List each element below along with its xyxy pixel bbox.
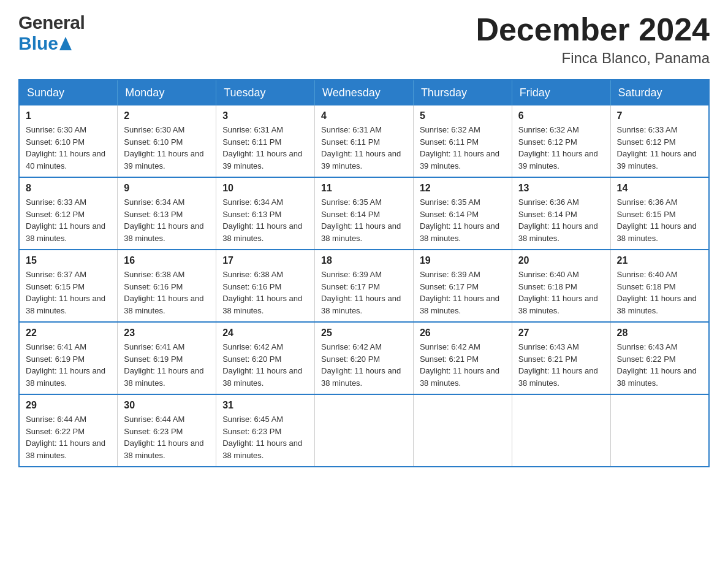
day-info: Sunrise: 6:31 AMSunset: 6:11 PMDaylight:… xyxy=(321,124,407,172)
table-row: 28Sunrise: 6:43 AMSunset: 6:22 PMDayligh… xyxy=(610,322,709,394)
day-number: 29 xyxy=(26,400,111,411)
day-number: 6 xyxy=(518,110,604,121)
day-info: Sunrise: 6:35 AMSunset: 6:14 PMDaylight:… xyxy=(321,196,407,244)
table-row: 31Sunrise: 6:45 AMSunset: 6:23 PMDayligh… xyxy=(216,394,315,467)
day-number: 7 xyxy=(617,110,702,121)
day-info: Sunrise: 6:40 AMSunset: 6:18 PMDaylight:… xyxy=(617,269,702,316)
calendar-week-row: 8Sunrise: 6:33 AMSunset: 6:12 PMDaylight… xyxy=(19,177,709,250)
day-number: 2 xyxy=(124,110,210,121)
day-info: Sunrise: 6:32 AMSunset: 6:12 PMDaylight:… xyxy=(518,124,604,172)
table-row: 13Sunrise: 6:36 AMSunset: 6:14 PMDayligh… xyxy=(512,177,610,250)
col-monday: Monday xyxy=(118,80,216,105)
calendar-header-row: Sunday Monday Tuesday Wednesday Thursday… xyxy=(19,80,709,105)
table-row xyxy=(315,394,414,467)
day-info: Sunrise: 6:42 AMSunset: 6:20 PMDaylight:… xyxy=(222,341,308,389)
logo-general: General xyxy=(18,12,85,33)
day-number: 31 xyxy=(222,400,308,411)
day-number: 18 xyxy=(321,255,407,266)
day-number: 1 xyxy=(26,110,111,121)
day-number: 10 xyxy=(222,183,308,194)
day-number: 21 xyxy=(617,255,702,266)
day-number: 20 xyxy=(518,255,604,266)
col-sunday: Sunday xyxy=(19,80,118,105)
calendar-table: Sunday Monday Tuesday Wednesday Thursday… xyxy=(18,79,710,467)
table-row: 19Sunrise: 6:39 AMSunset: 6:17 PMDayligh… xyxy=(413,250,512,322)
table-row xyxy=(413,394,512,467)
logo-triangle-icon xyxy=(59,37,72,50)
table-row: 15Sunrise: 6:37 AMSunset: 6:15 PMDayligh… xyxy=(19,250,118,322)
month-title: December 2024 xyxy=(476,12,710,47)
day-info: Sunrise: 6:38 AMSunset: 6:16 PMDaylight:… xyxy=(222,269,308,316)
day-info: Sunrise: 6:40 AMSunset: 6:18 PMDaylight:… xyxy=(518,269,604,316)
day-info: Sunrise: 6:39 AMSunset: 6:17 PMDaylight:… xyxy=(321,269,407,316)
table-row: 29Sunrise: 6:44 AMSunset: 6:22 PMDayligh… xyxy=(19,394,118,467)
day-info: Sunrise: 6:41 AMSunset: 6:19 PMDaylight:… xyxy=(124,341,210,389)
svg-marker-0 xyxy=(59,37,72,50)
table-row: 1Sunrise: 6:30 AMSunset: 6:10 PMDaylight… xyxy=(19,105,118,177)
table-row: 12Sunrise: 6:35 AMSunset: 6:14 PMDayligh… xyxy=(413,177,512,250)
day-number: 5 xyxy=(420,110,506,121)
day-info: Sunrise: 6:33 AMSunset: 6:12 PMDaylight:… xyxy=(26,196,111,244)
day-info: Sunrise: 6:37 AMSunset: 6:15 PMDaylight:… xyxy=(26,269,111,316)
day-info: Sunrise: 6:33 AMSunset: 6:12 PMDaylight:… xyxy=(617,124,702,172)
table-row: 14Sunrise: 6:36 AMSunset: 6:15 PMDayligh… xyxy=(610,177,709,250)
day-number: 4 xyxy=(321,110,407,121)
day-info: Sunrise: 6:45 AMSunset: 6:23 PMDaylight:… xyxy=(222,413,308,461)
table-row xyxy=(512,394,610,467)
day-info: Sunrise: 6:39 AMSunset: 6:17 PMDaylight:… xyxy=(420,269,506,316)
col-thursday: Thursday xyxy=(413,80,512,105)
table-row: 18Sunrise: 6:39 AMSunset: 6:17 PMDayligh… xyxy=(315,250,414,322)
day-number: 27 xyxy=(518,327,604,339)
day-info: Sunrise: 6:41 AMSunset: 6:19 PMDaylight:… xyxy=(26,341,111,389)
day-number: 12 xyxy=(420,183,506,194)
day-info: Sunrise: 6:42 AMSunset: 6:20 PMDaylight:… xyxy=(321,341,407,389)
day-number: 3 xyxy=(222,110,308,121)
table-row: 16Sunrise: 6:38 AMSunset: 6:16 PMDayligh… xyxy=(118,250,216,322)
day-number: 17 xyxy=(222,255,308,266)
day-number: 22 xyxy=(26,327,111,339)
table-row: 5Sunrise: 6:32 AMSunset: 6:11 PMDaylight… xyxy=(413,105,512,177)
col-wednesday: Wednesday xyxy=(315,80,414,105)
day-info: Sunrise: 6:34 AMSunset: 6:13 PMDaylight:… xyxy=(222,196,308,244)
day-info: Sunrise: 6:31 AMSunset: 6:11 PMDaylight:… xyxy=(222,124,308,172)
day-number: 13 xyxy=(518,183,604,194)
location-title: Finca Blanco, Panama xyxy=(476,50,710,67)
day-number: 28 xyxy=(617,327,702,339)
calendar-week-row: 1Sunrise: 6:30 AMSunset: 6:10 PMDaylight… xyxy=(19,105,709,177)
table-row: 7Sunrise: 6:33 AMSunset: 6:12 PMDaylight… xyxy=(610,105,709,177)
table-row: 8Sunrise: 6:33 AMSunset: 6:12 PMDaylight… xyxy=(19,177,118,250)
day-number: 16 xyxy=(124,255,210,266)
day-number: 23 xyxy=(124,327,210,339)
table-row: 11Sunrise: 6:35 AMSunset: 6:14 PMDayligh… xyxy=(315,177,414,250)
day-info: Sunrise: 6:36 AMSunset: 6:15 PMDaylight:… xyxy=(617,196,702,244)
title-block: December 2024 Finca Blanco, Panama xyxy=(476,12,710,67)
day-number: 11 xyxy=(321,183,407,194)
day-number: 24 xyxy=(222,327,308,339)
day-number: 9 xyxy=(124,183,210,194)
logo-blue: Blue xyxy=(18,33,58,54)
table-row: 17Sunrise: 6:38 AMSunset: 6:16 PMDayligh… xyxy=(216,250,315,322)
table-row: 20Sunrise: 6:40 AMSunset: 6:18 PMDayligh… xyxy=(512,250,610,322)
day-number: 15 xyxy=(26,255,111,266)
table-row: 24Sunrise: 6:42 AMSunset: 6:20 PMDayligh… xyxy=(216,322,315,394)
table-row: 22Sunrise: 6:41 AMSunset: 6:19 PMDayligh… xyxy=(19,322,118,394)
table-row: 23Sunrise: 6:41 AMSunset: 6:19 PMDayligh… xyxy=(118,322,216,394)
table-row: 26Sunrise: 6:42 AMSunset: 6:21 PMDayligh… xyxy=(413,322,512,394)
day-info: Sunrise: 6:44 AMSunset: 6:23 PMDaylight:… xyxy=(124,413,210,461)
table-row: 2Sunrise: 6:30 AMSunset: 6:10 PMDaylight… xyxy=(118,105,216,177)
table-row: 25Sunrise: 6:42 AMSunset: 6:20 PMDayligh… xyxy=(315,322,414,394)
day-info: Sunrise: 6:36 AMSunset: 6:14 PMDaylight:… xyxy=(518,196,604,244)
table-row: 9Sunrise: 6:34 AMSunset: 6:13 PMDaylight… xyxy=(118,177,216,250)
day-info: Sunrise: 6:34 AMSunset: 6:13 PMDaylight:… xyxy=(124,196,210,244)
calendar-week-row: 15Sunrise: 6:37 AMSunset: 6:15 PMDayligh… xyxy=(19,250,709,322)
day-info: Sunrise: 6:43 AMSunset: 6:22 PMDaylight:… xyxy=(617,341,702,389)
table-row: 21Sunrise: 6:40 AMSunset: 6:18 PMDayligh… xyxy=(610,250,709,322)
day-number: 26 xyxy=(420,327,506,339)
col-tuesday: Tuesday xyxy=(216,80,315,105)
day-info: Sunrise: 6:38 AMSunset: 6:16 PMDaylight:… xyxy=(124,269,210,316)
calendar-week-row: 29Sunrise: 6:44 AMSunset: 6:22 PMDayligh… xyxy=(19,394,709,467)
calendar-week-row: 22Sunrise: 6:41 AMSunset: 6:19 PMDayligh… xyxy=(19,322,709,394)
table-row: 10Sunrise: 6:34 AMSunset: 6:13 PMDayligh… xyxy=(216,177,315,250)
page-header: General Blue December 2024 Finca Blanco,… xyxy=(18,12,710,67)
day-number: 25 xyxy=(321,327,407,339)
